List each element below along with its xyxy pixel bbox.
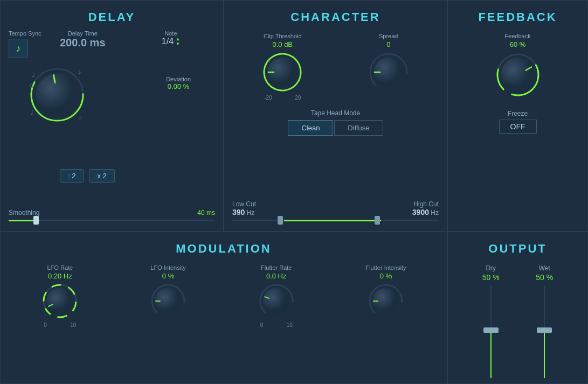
dry-thumb[interactable] (483, 327, 499, 333)
note-deco-1: ♩ (32, 71, 35, 79)
output-sliders: Dry 50 % Wet 50 % (453, 264, 582, 378)
tape-head-label: Tape Head Mode (230, 109, 441, 117)
wet-fill (544, 332, 545, 379)
note-decorations: ♩ ♫ ♩ ♪ ○ (27, 65, 87, 124)
flutter-intensity-label: Flutter Intensity (365, 264, 406, 271)
tempo-sync-button[interactable]: ♪ (9, 39, 28, 58)
wet-thumb[interactable] (537, 327, 552, 333)
clean-button[interactable]: Clean (288, 120, 333, 136)
character-title: CHARACTER (230, 6, 441, 27)
output-title: OUTPUT (488, 238, 547, 259)
lfo-intensity-knob[interactable] (149, 282, 187, 320)
dry-slider-col: Dry 50 % (464, 264, 518, 378)
modulation-panel: MODULATION LFO Rate 0.20 Hz (0, 232, 447, 384)
modulation-title: MODULATION (6, 238, 441, 259)
freeze-label: Freeze (508, 110, 528, 117)
lfo-rate-label: LFO Rate (47, 264, 73, 271)
smoothing-row: Smoothing 40 ms (9, 209, 215, 217)
low-cut-display: Low Cut 390 Hz (232, 200, 256, 217)
smoothing-label: Smoothing (9, 209, 39, 217)
wet-slider[interactable] (539, 286, 550, 378)
note-arrows[interactable]: ▲ ▼ (176, 37, 180, 46)
spread-knob[interactable] (367, 51, 410, 94)
smoothing-area: Smoothing 40 ms (9, 209, 215, 221)
lfo-rate-scale: 0 10 (41, 322, 79, 328)
dry-slider[interactable] (486, 286, 496, 378)
note-label: Note (162, 30, 180, 37)
delay-panel: DELAY Tempo Sync ♪ Delay Time 200.0 ms N… (0, 0, 224, 232)
output-panel: OUTPUT Dry 50 % Wet 50 % (447, 232, 588, 384)
delay-title: DELAY (6, 6, 218, 27)
note-value: 1/4 ▲ ▼ (162, 37, 180, 46)
lfo-intensity-value: 0 % (162, 272, 174, 280)
tape-btns: Clean Diffuse (230, 120, 441, 136)
lfo-rate-knob[interactable] (41, 282, 79, 320)
feedback-knob-value: 60 % (510, 40, 526, 48)
flutter-rate-scale: 0 10 (258, 322, 295, 328)
flutter-intensity-knob-container: Flutter Intensity 0 % (365, 264, 406, 328)
flutter-intensity-value: 0 % (380, 272, 392, 280)
freeze-value[interactable]: OFF (499, 120, 537, 134)
lfo-rate-knob-container: LFO Rate 0.20 Hz 0 10 (41, 264, 79, 328)
dry-value: 50 % (482, 273, 500, 282)
lfo-intensity-label: LFO Intensity (150, 264, 185, 271)
delay-time-area: Delay Time 200.0 ms (60, 30, 106, 49)
clip-threshold-knob-container: Clip Threshold 0.0 dB -20 (261, 33, 304, 101)
dry-fill (490, 332, 492, 379)
divide-button[interactable]: : 2 (60, 169, 84, 183)
note-deco-5: ○ (78, 114, 82, 122)
clip-threshold-knob[interactable] (261, 51, 304, 94)
lfo-rate-value: 0.20 Hz (48, 272, 72, 280)
deviation-label: Deviation (166, 76, 191, 82)
multiply-button[interactable]: x 2 (89, 169, 114, 183)
delay-knob-wrap: ♩ ♫ ♩ ♪ ○ (27, 65, 87, 127)
feedback-panel: FEEDBACK Feedback 60 % Freeze OFF (447, 0, 588, 232)
note-deco-3: ♩ (30, 108, 33, 116)
feedback-title: FEEDBACK (478, 6, 557, 27)
dry-label: Dry (486, 264, 496, 272)
mod-knobs-row: LFO Rate 0.20 Hz 0 10 (6, 259, 441, 328)
clip-threshold-label: Clip Threshold (264, 33, 302, 39)
deviation-area: Deviation 0.00 % (166, 76, 191, 90)
note-deco-2: ♫ (29, 81, 34, 89)
tape-head-area: Tape Head Mode Clean Diffuse (230, 109, 441, 136)
freeze-area: Freeze OFF (499, 110, 537, 134)
diffuse-button[interactable]: Diffuse (334, 120, 383, 136)
smoothing-thumb[interactable] (33, 216, 39, 225)
wet-value: 50 % (536, 273, 553, 282)
filter-slider[interactable] (232, 220, 439, 221)
feedback-knob-label: Feedback (504, 33, 530, 39)
char-knobs-row: Clip Threshold 0.0 dB -20 (230, 27, 441, 101)
flutter-intensity-knob[interactable] (367, 282, 405, 320)
delay-time-value: 200.0 ms (60, 37, 106, 49)
delay-btns: : 2 x 2 (60, 169, 115, 183)
flutter-rate-value: 0.0 Hz (266, 272, 287, 280)
lfo-intensity-knob-container: LFO Intensity 0 % (149, 264, 187, 328)
flutter-rate-knob-container: Flutter Rate 0.0 Hz 0 10 (258, 264, 295, 328)
note-area: Note 1/4 ▲ ▼ (162, 30, 180, 46)
svg-point-13 (501, 58, 535, 92)
spread-value: 0 (386, 40, 390, 48)
high-cut-thumb[interactable] (375, 216, 380, 225)
filter-range-fill (284, 220, 381, 221)
feedback-knob[interactable] (494, 51, 542, 99)
music-note-icon: ♪ (16, 43, 21, 54)
spread-knob-container: Spread 0 (367, 33, 410, 101)
filter-area: Low Cut 390 Hz High Cut 3900 Hz (232, 200, 439, 221)
deviation-value: 0.00 % (166, 82, 191, 90)
flutter-rate-label: Flutter Rate (261, 264, 292, 271)
clip-threshold-value: 0.0 dB (272, 40, 293, 48)
fb-knob-area: Feedback 60 % (494, 33, 542, 99)
tempo-sync-label: Tempo Sync (9, 30, 41, 37)
wet-slider-col: Wet 50 % (518, 264, 572, 378)
wet-label: Wet (539, 264, 550, 272)
smoothing-slider[interactable] (9, 220, 215, 221)
low-cut-thumb[interactable] (278, 216, 283, 225)
svg-point-17 (46, 288, 73, 315)
clip-scale: -20 20 (261, 95, 304, 101)
tempo-sync-area: Tempo Sync ♪ (9, 30, 41, 58)
high-cut-display: High Cut 3900 Hz (412, 200, 439, 217)
spread-label: Spread (379, 33, 398, 39)
delay-time-label: Delay Time (60, 30, 106, 37)
flutter-rate-knob[interactable] (258, 282, 295, 320)
